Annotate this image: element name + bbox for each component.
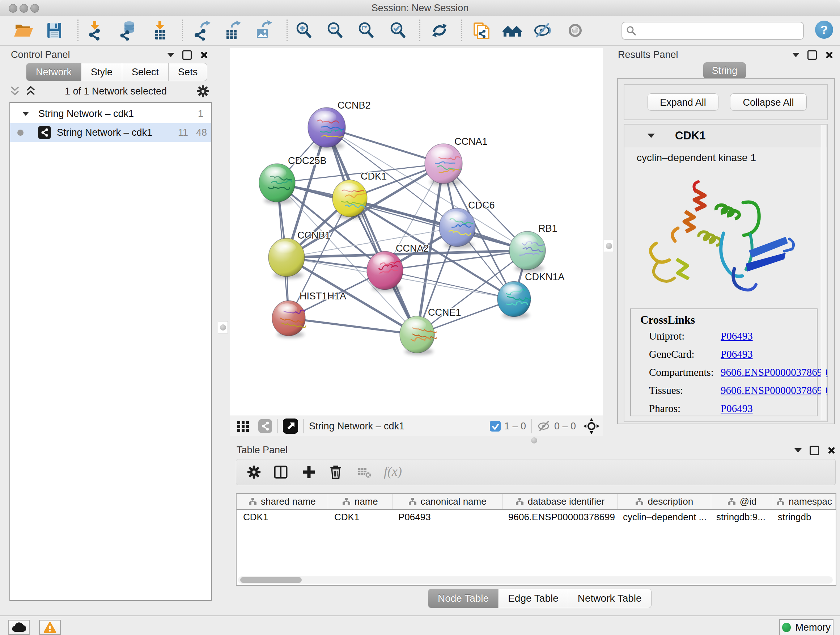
table-panel-menu-button[interactable] <box>794 448 802 453</box>
table-panel-close-button[interactable] <box>827 446 836 455</box>
export-table-button[interactable] <box>221 20 242 41</box>
results-scrollbar[interactable] <box>821 125 826 420</box>
grid-view-icon[interactable] <box>237 420 249 432</box>
search-input[interactable] <box>639 25 803 37</box>
zoom-selected-button[interactable] <box>388 20 408 41</box>
show-panel-button[interactable] <box>565 20 585 41</box>
network-node-CDKN1A[interactable] <box>497 281 531 318</box>
help-button[interactable]: ? <box>815 21 833 39</box>
network-graph[interactable]: CCNB2CCNA1CDC25BCDK1CDC6RB1CCNB1CCNA2CDK… <box>230 48 603 416</box>
tab-network[interactable]: Network <box>26 63 81 81</box>
tab-edge-table[interactable]: Edge Table <box>499 589 568 608</box>
tab-network-table[interactable]: Network Table <box>568 589 652 608</box>
window-minimize-button[interactable] <box>19 4 28 13</box>
network-node-HIST1H1A[interactable] <box>272 301 306 338</box>
network-collection-row[interactable]: String Network – cdk1 1 <box>10 105 211 122</box>
export-image-button[interactable] <box>253 20 273 41</box>
zoom-out-button[interactable] <box>325 20 345 41</box>
table-cell[interactable]: CDK1 <box>237 510 328 524</box>
tab-sets[interactable]: Sets <box>169 63 207 81</box>
expand-all-button[interactable]: Expand All <box>647 93 718 111</box>
column-header-namespac[interactable]: namespac <box>773 494 836 509</box>
birds-eye-view-icon[interactable] <box>283 418 298 434</box>
table-cell[interactable]: stringdb:9... <box>710 510 771 524</box>
zoom-fit-button[interactable] <box>356 20 376 41</box>
crosslink-value-link[interactable]: P06493 <box>721 330 753 342</box>
control-panel-title: Control Panel <box>11 49 70 60</box>
control-panel-float-button[interactable] <box>182 50 192 60</box>
open-session-button[interactable] <box>13 20 33 41</box>
gene-expander-icon[interactable] <box>647 134 655 138</box>
crosslink-value-link[interactable]: P06493 <box>721 348 753 360</box>
table-horizontal-scrollbar[interactable] <box>238 576 833 584</box>
fit-selected-crosshair-icon[interactable] <box>583 418 600 434</box>
column-header-database-identifier[interactable]: database identifier <box>503 494 618 509</box>
zoom-in-button[interactable] <box>294 20 314 41</box>
tab-select[interactable]: Select <box>122 63 169 81</box>
right-splitter-handle[interactable] <box>604 240 614 252</box>
control-panel-menu-button[interactable] <box>167 53 174 57</box>
import-network-from-database-button[interactable] <box>117 20 137 41</box>
expand-all-icon[interactable] <box>25 86 36 97</box>
network-node-CDK1[interactable] <box>332 180 367 219</box>
network-node-CCNB2[interactable] <box>308 108 346 149</box>
save-session-button[interactable] <box>44 20 65 41</box>
network-view[interactable]: CCNB2CCNA1CDC25BCDK1CDC6RB1CCNB1CCNA2CDK… <box>230 48 603 416</box>
delete-column-trash-icon[interactable] <box>327 464 344 480</box>
table-cell[interactable]: CDK1 <box>328 510 392 524</box>
warning-button[interactable] <box>39 620 61 635</box>
table-cell[interactable]: cyclin–dependent ... <box>616 510 710 524</box>
column-header-canonical-name[interactable]: canonical name <box>393 494 503 509</box>
table-cell[interactable]: P06493 <box>392 510 502 524</box>
results-panel-close-button[interactable] <box>825 51 834 59</box>
column-header--id[interactable]: @id <box>711 494 773 509</box>
hide-panel-button[interactable] <box>532 20 553 41</box>
crosslink-value-link[interactable]: 9606.ENSP00000378699 <box>721 385 828 396</box>
table-cell[interactable]: stringdb <box>771 510 834 524</box>
crosslink-value-link[interactable]: P06493 <box>721 402 753 415</box>
import-network-from-file-button[interactable] <box>85 20 105 41</box>
collection-expander-icon[interactable] <box>22 112 29 116</box>
show-columns-icon[interactable] <box>272 464 289 480</box>
results-panel-float-button[interactable] <box>807 50 817 60</box>
table-settings-gear-icon[interactable] <box>246 464 262 480</box>
collapse-all-icon[interactable] <box>9 86 20 97</box>
network-node-CCNE1[interactable] <box>400 316 437 355</box>
network-overview-icon[interactable] <box>258 419 272 433</box>
cloud-button[interactable] <box>8 620 30 635</box>
gene-entry-header[interactable]: CDK1 <box>624 125 827 147</box>
create-column-plus-icon[interactable] <box>301 464 317 480</box>
network-node-CCNB1[interactable] <box>268 238 305 279</box>
import-table-from-file-button[interactable] <box>150 20 170 41</box>
share-document-button[interactable] <box>471 20 491 41</box>
crosslink-value-link[interactable]: 9606.ENSP00000378699 <box>721 366 828 378</box>
table-cell[interactable]: 9606.ENSP00000378699 <box>502 510 616 524</box>
gear-icon[interactable] <box>195 84 210 99</box>
network-node-RB1[interactable] <box>509 231 546 272</box>
tab-style[interactable]: Style <box>81 63 122 81</box>
window-zoom-button[interactable] <box>30 4 39 13</box>
network-edge[interactable] <box>289 318 417 334</box>
memory-button[interactable]: Memory <box>779 619 834 635</box>
table-panel-float-button[interactable] <box>810 446 819 455</box>
tab-string[interactable]: String <box>703 62 746 79</box>
refresh-button[interactable] <box>429 20 450 41</box>
home-button[interactable] <box>502 20 523 41</box>
export-network-button[interactable] <box>191 20 211 41</box>
window-close-button[interactable] <box>9 4 17 13</box>
selected-checkbox-icon[interactable] <box>490 421 501 432</box>
left-splitter-handle[interactable] <box>218 321 228 333</box>
column-header-name[interactable]: name <box>328 494 393 509</box>
table-row[interactable]: CDK1CDK1P064939606.ENSP00000378699cyclin… <box>237 510 836 524</box>
column-header-description[interactable]: description <box>617 494 711 509</box>
control-panel-close-button[interactable] <box>200 51 208 59</box>
collapse-all-button[interactable]: Collapse All <box>730 93 807 111</box>
network-node-CDC6[interactable] <box>439 208 475 249</box>
results-panel-menu-button[interactable] <box>792 53 799 57</box>
column-header-shared-name[interactable]: shared name <box>237 494 328 509</box>
network-node-CDC25B[interactable] <box>259 164 295 204</box>
network-node-CCNA1[interactable] <box>425 144 462 186</box>
tab-node-table[interactable]: Node Table <box>428 589 499 608</box>
network-row[interactable]: String Network – cdk1 11 48 <box>10 123 211 142</box>
network-selection-status: 1 of 1 Network selected <box>36 86 195 97</box>
